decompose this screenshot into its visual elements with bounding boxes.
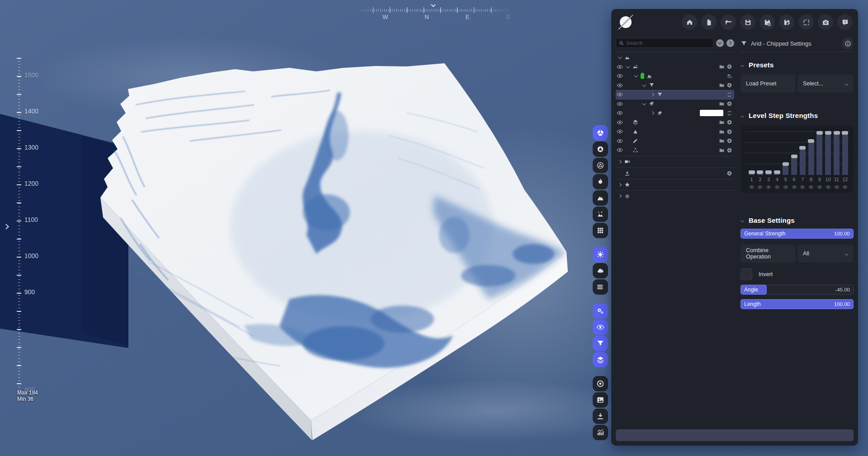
snapshot-button[interactable] xyxy=(593,392,608,408)
level-step-bar-4[interactable] xyxy=(774,130,780,175)
bar-handle[interactable] xyxy=(799,146,806,150)
viewport-panel-toggle[interactable] xyxy=(4,224,9,230)
bar-handle[interactable] xyxy=(816,131,823,135)
tree-row-simulation-layers[interactable] xyxy=(616,146,734,155)
load-preset-select[interactable]: Select... xyxy=(797,75,854,93)
bar-handle[interactable] xyxy=(765,170,772,174)
bar-visibility-eye-icon[interactable] xyxy=(774,183,780,189)
folder-button[interactable] xyxy=(719,147,725,153)
clouds-button[interactable] xyxy=(593,263,608,278)
plus-button[interactable] xyxy=(726,129,732,135)
color-swatch[interactable] xyxy=(700,110,723,116)
plus-button[interactable] xyxy=(726,138,732,144)
folder-button[interactable] xyxy=(719,64,725,70)
tree-row-arid-chipped[interactable] xyxy=(616,90,734,99)
terrain-effects-button[interactable] xyxy=(593,207,608,222)
record-button[interactable] xyxy=(593,376,608,391)
bar-handle[interactable] xyxy=(757,170,763,174)
chevron-down-icon[interactable] xyxy=(617,54,624,61)
bar-visibility-eye-icon[interactable] xyxy=(834,183,840,189)
chevron-right-icon[interactable] xyxy=(617,159,624,165)
level-step-bar-7[interactable] xyxy=(800,130,806,175)
search-input[interactable] xyxy=(626,40,710,46)
folder-button[interactable] xyxy=(719,101,725,107)
bar-handle[interactable] xyxy=(749,170,755,174)
bar-visibility-eye-icon[interactable] xyxy=(757,183,763,189)
visibility-eye-icon[interactable] xyxy=(617,101,625,107)
tree-row-global[interactable] xyxy=(616,71,734,81)
visibility-eye-icon[interactable] xyxy=(617,138,625,144)
visibility-eye-icon[interactable] xyxy=(617,91,625,98)
level-step-bar-11[interactable] xyxy=(834,130,840,175)
folder-button[interactable] xyxy=(719,129,725,135)
auto-build-button[interactable] xyxy=(593,303,608,319)
visibility-eye-icon[interactable] xyxy=(617,119,625,126)
chevron-down-icon[interactable] xyxy=(625,64,632,70)
help-button[interactable]: ? xyxy=(837,14,853,30)
general-strength-slider[interactable]: General Strength 100.00 xyxy=(741,229,854,239)
bar-handle[interactable] xyxy=(825,131,831,135)
bar-visibility-eye-icon[interactable] xyxy=(749,183,755,189)
mountain-button[interactable] xyxy=(593,190,608,206)
visibility-eye-icon[interactable] xyxy=(617,82,625,89)
grid-button[interactable] xyxy=(593,223,608,238)
collapse-all-button[interactable] xyxy=(716,39,724,47)
visibility-eye-icon[interactable] xyxy=(617,147,625,153)
tree-row-shape-layers[interactable] xyxy=(616,127,734,136)
tree-row-options[interactable] xyxy=(616,192,734,201)
plus-button[interactable] xyxy=(726,101,732,107)
home-button[interactable] xyxy=(682,14,697,30)
info-button[interactable] xyxy=(842,38,854,49)
plus-button[interactable] xyxy=(726,119,732,125)
level-step-bar-3[interactable] xyxy=(766,130,772,175)
screenshot-button[interactable] xyxy=(818,14,833,30)
folder-button[interactable] xyxy=(719,82,725,88)
level-step-bar-2[interactable] xyxy=(757,130,763,175)
save-edit-button[interactable] xyxy=(779,14,794,30)
tree-row-mask-layers[interactable] xyxy=(616,136,734,146)
plus-button[interactable] xyxy=(726,147,732,153)
tree-row-presets[interactable] xyxy=(616,180,734,190)
bar-visibility-eye-icon[interactable] xyxy=(842,183,848,189)
tree-row-filters[interactable] xyxy=(616,81,734,90)
invert-checkbox[interactable] xyxy=(741,268,752,280)
folder-button[interactable] xyxy=(719,138,725,144)
chevron-right-icon[interactable] xyxy=(649,110,657,116)
new-file-button[interactable] xyxy=(701,14,717,30)
combine-operation-select[interactable]: All xyxy=(797,244,854,263)
erosion-button[interactable] xyxy=(593,174,608,189)
lighting-button[interactable] xyxy=(593,247,608,262)
angle-slider[interactable]: Angle -45.00 xyxy=(741,285,854,295)
visibility-eye-icon[interactable] xyxy=(617,110,625,116)
chevron-down-icon[interactable] xyxy=(641,82,649,89)
bar-handle[interactable] xyxy=(791,155,797,158)
visibility-eye-icon[interactable] xyxy=(617,73,625,79)
bar-handle[interactable] xyxy=(783,162,789,166)
bar-visibility-eye-icon[interactable] xyxy=(817,183,822,189)
wireframe-view-button[interactable] xyxy=(593,158,608,173)
chevron-right-icon[interactable] xyxy=(617,193,624,199)
length-slider[interactable]: Length 100.00 xyxy=(741,299,854,309)
visibility-eye-icon[interactable] xyxy=(617,64,625,70)
level-step-strengths-chart[interactable]: 123456789101112 xyxy=(741,125,854,193)
level-step-bar-9[interactable] xyxy=(816,130,822,175)
layers-button[interactable] xyxy=(593,352,608,367)
refresh-button[interactable] xyxy=(726,92,732,98)
bar-visibility-eye-icon[interactable] xyxy=(766,183,771,189)
rebuild-button[interactable] xyxy=(798,14,814,30)
chevron-right-icon[interactable] xyxy=(617,182,624,188)
bar-visibility-eye-icon[interactable] xyxy=(792,183,797,189)
water-button[interactable] xyxy=(593,279,608,295)
filters-button[interactable] xyxy=(593,336,608,351)
expand-all-button[interactable] xyxy=(726,39,734,47)
stats-button[interactable] xyxy=(593,425,608,440)
tree-row-color[interactable] xyxy=(616,108,734,118)
save-button[interactable] xyxy=(740,14,755,30)
bar-handle[interactable] xyxy=(834,131,840,135)
level-step-bar-10[interactable] xyxy=(825,130,831,175)
visibility-eye-icon[interactable] xyxy=(617,128,625,135)
level-step-bar-12[interactable] xyxy=(842,130,848,175)
level-step-bar-6[interactable] xyxy=(791,130,797,175)
tree-row-scene[interactable] xyxy=(616,157,734,167)
plus-button[interactable] xyxy=(726,82,732,88)
